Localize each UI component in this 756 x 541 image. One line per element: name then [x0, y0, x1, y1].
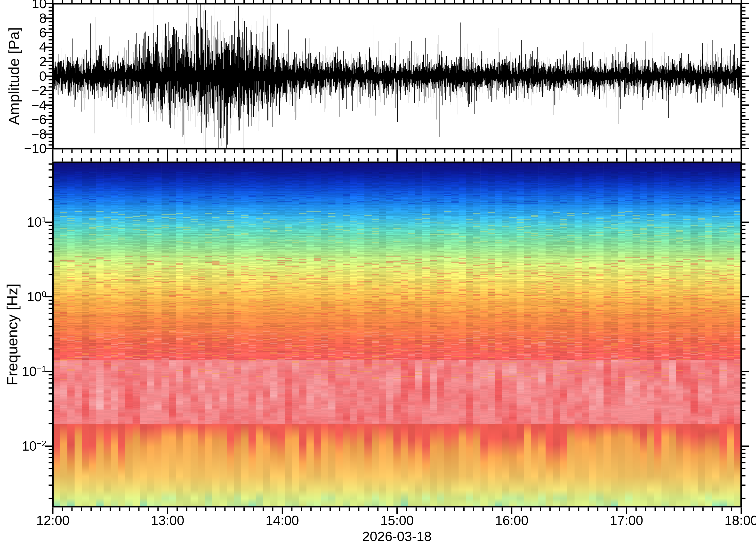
time-tick-label: 16:00 [495, 514, 528, 527]
amplitude-tick-label: −2 [0, 84, 47, 97]
time-tick-label: 14:00 [266, 514, 299, 527]
amplitude-tick-label: 10 [0, 0, 47, 10]
amplitude-tick-label: −10 [0, 142, 47, 155]
amplitude-tick-label: −8 [0, 128, 47, 141]
frequency-tick-label: 101 [0, 215, 47, 229]
time-tick-label: 12:00 [36, 514, 70, 527]
frequency-tick-label: 10−1 [0, 364, 47, 378]
frequency-tick-label: 100 [0, 290, 47, 304]
time-tick-label: 17:00 [610, 514, 643, 527]
amplitude-tick-label: 8 [0, 11, 47, 25]
amplitude-tick-label: −4 [0, 98, 47, 112]
amplitude-tick-label: 6 [0, 26, 47, 39]
amplitude-tick-label: 4 [0, 41, 47, 54]
figure-root: Amplitude [Pa] Frequency [Hz] 1086420−2−… [0, 0, 756, 541]
plot-canvas [0, 0, 756, 541]
time-tick-label: 15:00 [380, 514, 414, 527]
time-tick-label: 13:00 [151, 514, 184, 527]
amplitude-tick-label: −6 [0, 113, 47, 126]
amplitude-tick-label: 0 [0, 70, 47, 83]
date-label: 2026-03-18 [362, 528, 431, 541]
frequency-tick-label: 10−2 [0, 439, 47, 453]
amplitude-tick-label: 2 [0, 55, 47, 68]
time-tick-label: 18:00 [724, 514, 756, 527]
